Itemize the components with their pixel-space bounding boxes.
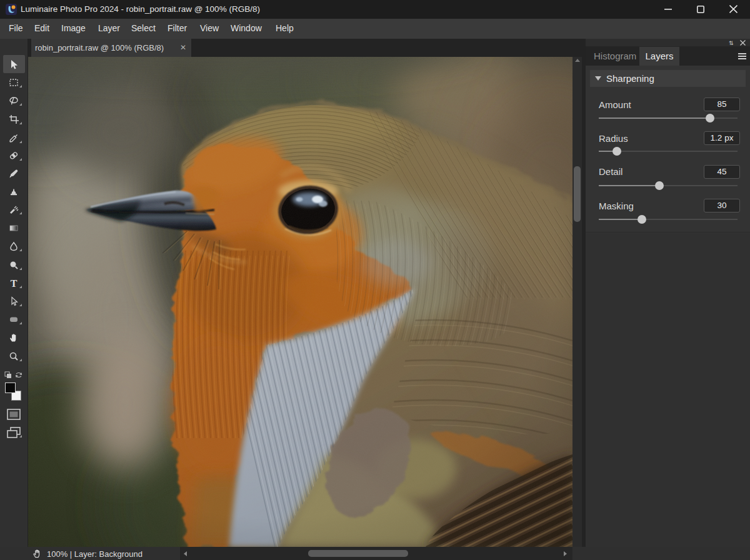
svg-text:T: T <box>11 278 18 288</box>
